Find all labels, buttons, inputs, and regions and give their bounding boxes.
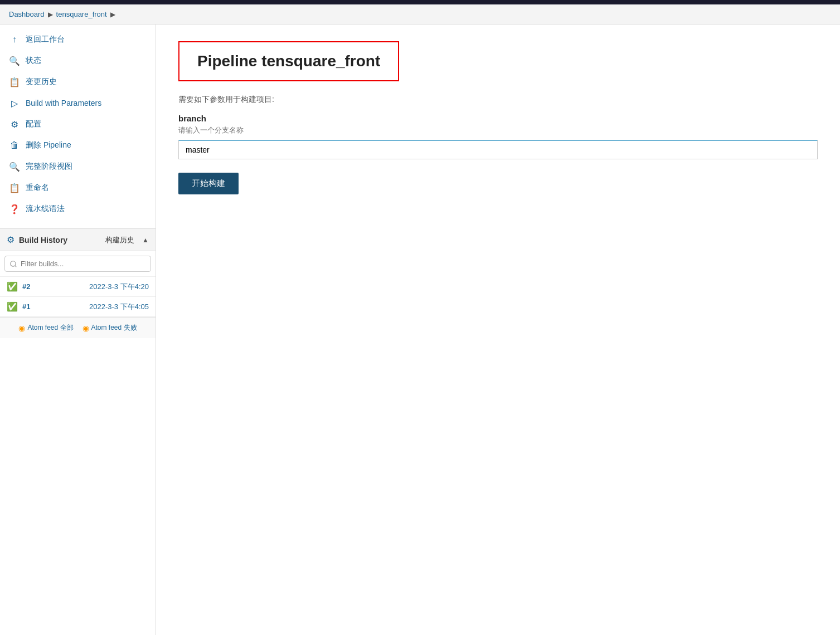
breadcrumb-dashboard[interactable]: Dashboard — [9, 10, 45, 18]
sidebar-item-delete-pipeline[interactable]: 🗑删除 Pipeline — [0, 135, 156, 156]
feed-icon-all: ◉ — [18, 324, 25, 333]
play-icon: ▷ — [9, 97, 20, 109]
feed-icon-fail: ◉ — [82, 324, 89, 333]
sidebar-label-rename: 重命名 — [26, 183, 49, 193]
gear-icon: ⚙ — [9, 119, 20, 130]
params-description: 需要如下参数用于构建项目: — [178, 95, 818, 105]
param-input-branch[interactable] — [178, 140, 818, 159]
atom-feed-fail-link[interactable]: ◉ Atom feed 失败 — [82, 323, 137, 333]
sidebar-item-back-to-workspace[interactable]: ↑返回工作台 — [0, 29, 156, 50]
build-history-icon: ⚙ — [7, 235, 14, 245]
sidebar-label-status: 状态 — [26, 56, 41, 66]
filter-builds-container — [0, 251, 156, 277]
question-icon: ❓ — [9, 203, 20, 214]
sidebar-item-rename[interactable]: 📋重命名 — [0, 177, 156, 198]
build-history-header: ⚙ Build History 构建历史 ▲ — [0, 229, 156, 251]
trash-icon: 🗑 — [9, 140, 20, 151]
build-history-title: Build History — [19, 236, 67, 245]
main-content: Pipeline tensquare_front 需要如下参数用于构建项目: b… — [156, 25, 840, 635]
build-history-title-cn: 构建历史 — [105, 235, 134, 245]
breadcrumb: Dashboard ▶ tensquare_front ▶ — [0, 4, 840, 25]
param-label-branch: branch — [178, 114, 818, 123]
top-bar — [0, 0, 840, 4]
search-icon-2: 🔍 — [9, 161, 20, 172]
start-build-button[interactable]: 开始构建 — [178, 173, 239, 194]
build-number: #1 — [22, 302, 38, 311]
build-success-icon: ✅ — [7, 281, 18, 292]
build-list-item[interactable]: ✅#12022-3-3 下午4:05 — [0, 297, 156, 317]
sidebar-label-full-stage-view: 完整阶段视图 — [26, 162, 72, 172]
build-time[interactable]: 2022-3-3 下午4:05 — [89, 302, 149, 312]
build-success-icon: ✅ — [7, 301, 18, 312]
sidebar-label-change-history: 变更历史 — [26, 77, 57, 87]
sidebar-item-change-history[interactable]: 📋变更历史 — [0, 71, 156, 92]
sidebar-item-status[interactable]: 🔍状态 — [0, 50, 156, 71]
pipeline-title: Pipeline tensquare_front — [197, 52, 380, 70]
build-history-section: ⚙ Build History 构建历史 ▲ ✅#22022-3-3 下午4:2… — [0, 228, 156, 338]
build-time[interactable]: 2022-3-3 下午4:20 — [89, 282, 149, 292]
param-hint-branch: 请输入一个分支名称 — [178, 125, 818, 135]
breadcrumb-tensquare[interactable]: tensquare_front — [56, 10, 107, 18]
breadcrumb-sep-2: ▶ — [110, 11, 115, 18]
arrow-up-icon: ↑ — [9, 34, 20, 45]
atom-feed-all-link[interactable]: ◉ Atom feed 全部 — [18, 323, 73, 333]
build-number: #2 — [22, 282, 38, 291]
build-history-chevron[interactable]: ▲ — [142, 236, 149, 244]
notebook-icon: 📋 — [9, 76, 20, 87]
search-icon: 🔍 — [9, 55, 20, 66]
breadcrumb-sep-1: ▶ — [48, 11, 53, 18]
sidebar-item-config[interactable]: ⚙配置 — [0, 114, 156, 135]
sidebar-item-full-stage-view[interactable]: 🔍完整阶段视图 — [0, 156, 156, 177]
atom-feed-all-label: Atom feed 全部 — [27, 323, 73, 333]
sidebar-item-build-with-params[interactable]: ▷Build with Parameters — [0, 92, 156, 114]
sidebar-label-pipeline-syntax: 流水线语法 — [26, 204, 65, 214]
build-list: ✅#22022-3-3 下午4:20✅#12022-3-3 下午4:05 — [0, 277, 156, 317]
pipeline-title-box: Pipeline tensquare_front — [178, 41, 399, 81]
sidebar: ↑返回工作台🔍状态📋变更历史▷Build with Parameters⚙配置🗑… — [0, 25, 156, 635]
filter-builds-input[interactable] — [4, 256, 151, 272]
atom-feed-fail-label: Atom feed 失败 — [91, 323, 137, 333]
sidebar-label-build-with-params: Build with Parameters — [26, 99, 101, 108]
rename-icon: 📋 — [9, 182, 20, 193]
main-layout: ↑返回工作台🔍状态📋变更历史▷Build with Parameters⚙配置🗑… — [0, 25, 840, 635]
sidebar-label-delete-pipeline: 删除 Pipeline — [26, 140, 71, 150]
sidebar-nav: ↑返回工作台🔍状态📋变更历史▷Build with Parameters⚙配置🗑… — [0, 29, 156, 219]
sidebar-item-pipeline-syntax[interactable]: ❓流水线语法 — [0, 198, 156, 219]
sidebar-label-back-to-workspace: 返回工作台 — [26, 35, 65, 45]
atom-feed-bar: ◉ Atom feed 全部 ◉ Atom feed 失败 — [0, 317, 156, 338]
build-list-item[interactable]: ✅#22022-3-3 下午4:20 — [0, 277, 156, 297]
sidebar-label-config: 配置 — [26, 119, 41, 129]
